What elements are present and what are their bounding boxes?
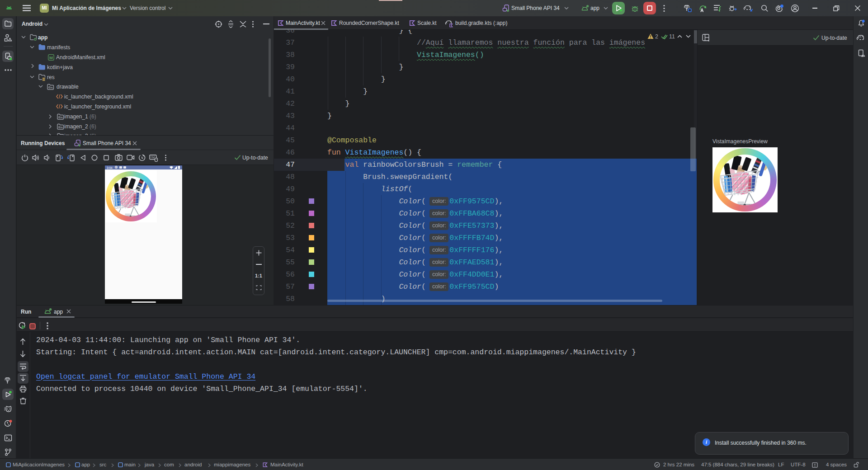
svg-text:M: M — [49, 55, 53, 60]
